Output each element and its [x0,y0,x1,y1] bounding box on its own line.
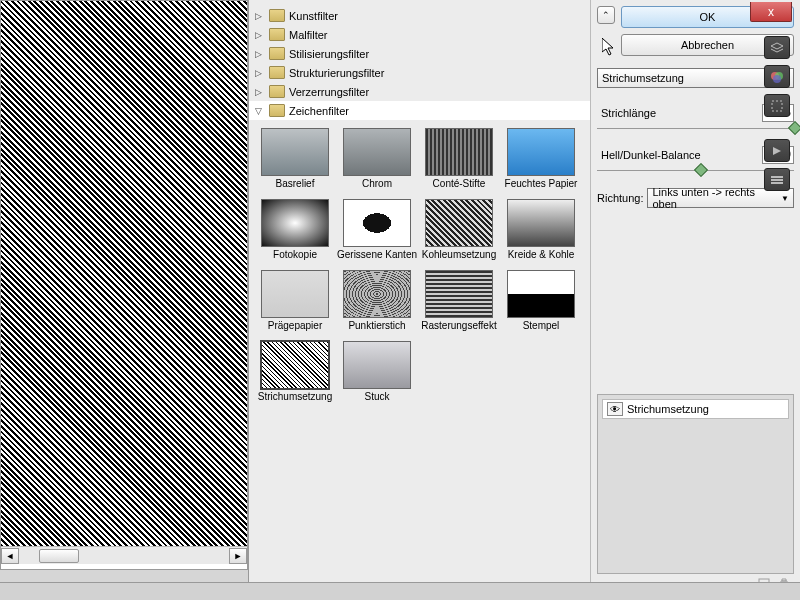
filter-thumbnail[interactable]: Chrom [341,128,413,189]
thumbnail-image [425,270,493,318]
triangle-right-icon: ▷ [255,87,265,97]
slider-handle[interactable] [693,163,707,177]
svg-point-3 [773,75,781,83]
folder-icon [269,9,285,22]
layer-row[interactable]: 👁 Strichumsetzung [602,399,789,419]
direction-row: Richtung: Links unten -> rechts oben ▼ [597,188,794,208]
thumbnail-image [425,199,493,247]
actions-icon[interactable] [764,139,790,162]
layers-icon[interactable] [764,36,790,59]
filter-thumbnail[interactable]: Feuchtes Papier [505,128,577,189]
folder-icon [269,104,285,117]
folder-icon [269,85,285,98]
svg-rect-5 [771,176,783,178]
thumbnail-image [507,199,575,247]
filter-thumbnail[interactable]: Gerissene Kanten [341,199,413,260]
filter-category[interactable]: ▷Stilisierungsfilter [249,44,590,63]
thumbnail-label: Kohleumsetzung [422,249,497,260]
thumbnail-label: Basrelief [276,178,315,189]
scroll-right-button[interactable]: ► [229,548,247,564]
thumbnail-label: Prägepapier [268,320,322,331]
thumbnail-label: Kreide & Kohle [508,249,575,260]
category-label: Zeichenfilter [289,105,349,117]
thumbnail-label: Conté-Stifte [433,178,486,189]
app-sidebar-icons [764,36,794,191]
thumbnail-image [343,341,411,389]
param-label: Hell/Dunkel-Balance [597,149,762,161]
thumbnail-image [507,128,575,176]
direction-label: Richtung: [597,192,643,204]
filter-category[interactable]: ▷Strukturierungsfilter [249,63,590,82]
filter-thumbnail[interactable]: Fotokopie [259,199,331,260]
scroll-track[interactable] [19,548,229,564]
thumbnail-label: Feuchtes Papier [505,178,578,189]
filter-thumbnail[interactable]: Strichumsetzung [259,341,331,402]
filter-category[interactable]: ▷Verzerrungsfilter [249,82,590,101]
filter-thumbnail[interactable]: Kreide & Kohle [505,199,577,260]
category-label: Kunstfilter [289,10,338,22]
eye-icon[interactable]: 👁 [607,402,623,416]
filter-category[interactable]: ▽Zeichenfilter [249,101,590,120]
thumbnail-label: Punktierstich [348,320,405,331]
thumbnail-image [261,128,329,176]
triangle-right-icon: ▷ [255,68,265,78]
thumbnail-image [425,128,493,176]
filter-thumbnail-grid: BasreliefChromConté-StifteFeuchtes Papie… [249,120,590,410]
direction-select[interactable]: Links unten -> rechts oben ▼ [647,188,794,208]
thumbnail-image [261,341,329,389]
param-label: Strichlänge [597,107,762,119]
preview-image [1,1,247,546]
triangle-down-icon: ▽ [255,106,265,116]
thumbnail-label: Chrom [362,178,392,189]
thumbnail-label: Stempel [523,320,560,331]
svg-rect-4 [772,101,782,111]
filter-thumbnail[interactable]: Basrelief [259,128,331,189]
collapse-button[interactable]: ⌃ [597,6,615,24]
thumbnail-image [261,199,329,247]
thumbnail-label: Stuck [364,391,389,402]
scrollbar[interactable]: ◄ ► [1,546,247,564]
thumbnail-image [507,270,575,318]
effect-layers-panel: 👁 Strichumsetzung [597,394,794,574]
filter-category[interactable]: ▷Malfilter [249,25,590,44]
folder-icon [269,66,285,79]
category-label: Verzerrungsfilter [289,86,369,98]
filter-thumbnail[interactable]: Rasterungseffekt [423,270,495,331]
window-close-button[interactable]: x [750,2,792,22]
filter-category[interactable]: ▷Kunstfilter [249,6,590,25]
scroll-thumb[interactable] [39,549,79,563]
filter-thumbnail[interactable]: Conté-Stifte [423,128,495,189]
thumbnail-label: Strichumsetzung [258,391,332,402]
svg-rect-7 [771,182,783,184]
filter-thumbnail[interactable]: Stuck [341,341,413,402]
history-icon[interactable] [764,168,790,191]
category-label: Malfilter [289,29,328,41]
category-label: Stilisierungsfilter [289,48,369,60]
thumbnail-image [261,270,329,318]
filter-thumbnail[interactable]: Kohleumsetzung [423,199,495,260]
triangle-right-icon: ▷ [255,11,265,21]
thumbnail-image [343,270,411,318]
thumbnail-label: Rasterungseffekt [421,320,496,331]
filter-select-value: Strichumsetzung [602,72,684,84]
thumbnail-label: Gerissene Kanten [337,249,417,260]
triangle-right-icon: ▷ [255,49,265,59]
triangle-right-icon: ▷ [255,30,265,40]
channels-icon[interactable] [764,65,790,88]
thumbnail-label: Fotokopie [273,249,317,260]
thumbnail-image [343,128,411,176]
filter-tree: ▷Kunstfilter▷Malfilter▷Stilisierungsfilt… [248,0,590,600]
preview-pane: ◄ ► [0,0,248,570]
scroll-left-button[interactable]: ◄ [1,548,19,564]
direction-value: Links unten -> rechts oben [652,186,781,210]
category-label: Strukturierungsfilter [289,67,384,79]
filter-thumbnail[interactable]: Punktierstich [341,270,413,331]
status-bar [0,582,800,600]
thumbnail-image [343,199,411,247]
folder-icon [269,47,285,60]
chevron-down-icon: ▼ [781,194,789,203]
filter-thumbnail[interactable]: Prägepapier [259,270,331,331]
paths-icon[interactable] [764,94,790,117]
filter-thumbnail[interactable]: Stempel [505,270,577,331]
folder-icon [269,28,285,41]
